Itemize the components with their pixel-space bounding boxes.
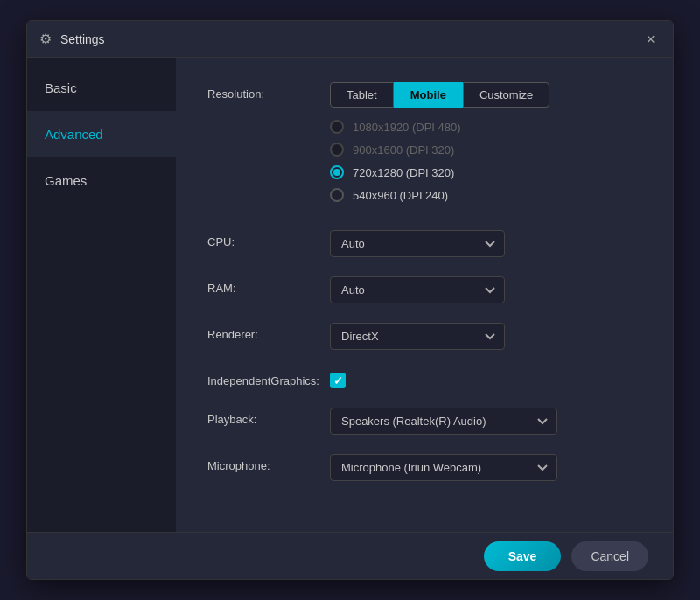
microphone-select[interactable]: Microphone (Iriun Webcam) Default No Mic…: [330, 454, 557, 481]
radio-label-900: 900x1600 (DPI 320): [353, 143, 454, 157]
playback-label: Playback:: [207, 408, 330, 426]
content-area: Basic Advanced Games Resolution: Tablet …: [27, 58, 673, 532]
sidebar-item-advanced[interactable]: Advanced: [27, 111, 176, 157]
renderer-row: Renderer: DirectX OpenGL Vulkan: [207, 323, 641, 350]
cpu-control: Auto 1 Core 2 Cores 4 Cores: [330, 230, 641, 257]
save-button[interactable]: Save: [484, 541, 562, 571]
radio-1080[interactable]: 1080x1920 (DPI 480): [330, 120, 641, 134]
radio-circle-1080: [330, 120, 344, 134]
resolution-row: Resolution: Tablet Mobile Customize 1080…: [207, 82, 641, 211]
radio-720[interactable]: 720x1280 (DPI 320): [330, 165, 641, 179]
ram-row: RAM: Auto 512 MB 1 GB 2 GB: [207, 276, 641, 303]
main-panel: Resolution: Tablet Mobile Customize 1080…: [176, 58, 673, 532]
independent-graphics-checkbox[interactable]: [330, 373, 346, 388]
playback-control: Speakers (Realtek(R) Audio) Default HDMI…: [330, 408, 641, 435]
ram-control: Auto 512 MB 1 GB 2 GB: [330, 276, 641, 303]
resolution-tabs: Tablet Mobile Customize: [330, 82, 641, 108]
playback-select[interactable]: Speakers (Realtek(R) Audio) Default HDMI…: [330, 408, 557, 435]
radio-circle-900: [330, 143, 344, 157]
radio-circle-540: [330, 188, 344, 202]
cpu-select[interactable]: Auto 1 Core 2 Cores 4 Cores: [330, 230, 505, 257]
ram-select[interactable]: Auto 512 MB 1 GB 2 GB: [330, 276, 505, 303]
close-button[interactable]: ×: [640, 28, 661, 51]
sidebar: Basic Advanced Games: [27, 58, 176, 532]
cpu-row: CPU: Auto 1 Core 2 Cores 4 Cores: [207, 230, 641, 257]
tab-mobile[interactable]: Mobile: [394, 82, 463, 108]
radio-circle-720: [330, 165, 344, 179]
resolution-control: Tablet Mobile Customize 1080x1920 (DPI 4…: [330, 82, 641, 211]
sidebar-item-basic[interactable]: Basic: [27, 65, 176, 111]
cpu-label: CPU:: [207, 230, 330, 248]
renderer-label: Renderer:: [207, 323, 330, 341]
microphone-control: Microphone (Iriun Webcam) Default No Mic…: [330, 454, 641, 481]
renderer-control: DirectX OpenGL Vulkan: [330, 323, 641, 350]
radio-900[interactable]: 900x1600 (DPI 320): [330, 143, 641, 157]
independent-graphics-row: IndependentGraphics:: [207, 369, 641, 388]
settings-dialog: ⚙ Settings × Basic Advanced Games Resolu…: [26, 20, 674, 580]
independent-graphics-control: [330, 369, 641, 388]
cancel-button[interactable]: Cancel: [571, 541, 648, 571]
renderer-select[interactable]: DirectX OpenGL Vulkan: [330, 323, 505, 350]
dialog-title: Settings: [60, 32, 640, 46]
microphone-label: Microphone:: [207, 454, 330, 472]
sidebar-item-games[interactable]: Games: [27, 157, 176, 204]
title-bar: ⚙ Settings ×: [27, 21, 673, 58]
tab-tablet[interactable]: Tablet: [330, 82, 394, 108]
tab-customize[interactable]: Customize: [463, 82, 550, 108]
radio-540[interactable]: 540x960 (DPI 240): [330, 188, 641, 202]
radio-label-1080: 1080x1920 (DPI 480): [353, 121, 461, 134]
gear-icon: ⚙: [39, 31, 52, 47]
resolution-label: Resolution:: [207, 82, 330, 101]
radio-label-540: 540x960 (DPI 240): [353, 189, 448, 202]
microphone-row: Microphone: Microphone (Iriun Webcam) De…: [207, 454, 641, 481]
independent-graphics-label: IndependentGraphics:: [207, 369, 330, 387]
footer: Save Cancel: [27, 532, 673, 579]
radio-label-720: 720x1280 (DPI 320): [353, 166, 454, 179]
ram-label: RAM:: [207, 276, 330, 295]
playback-row: Playback: Speakers (Realtek(R) Audio) De…: [207, 408, 641, 435]
checkbox-wrapper: [330, 369, 641, 388]
